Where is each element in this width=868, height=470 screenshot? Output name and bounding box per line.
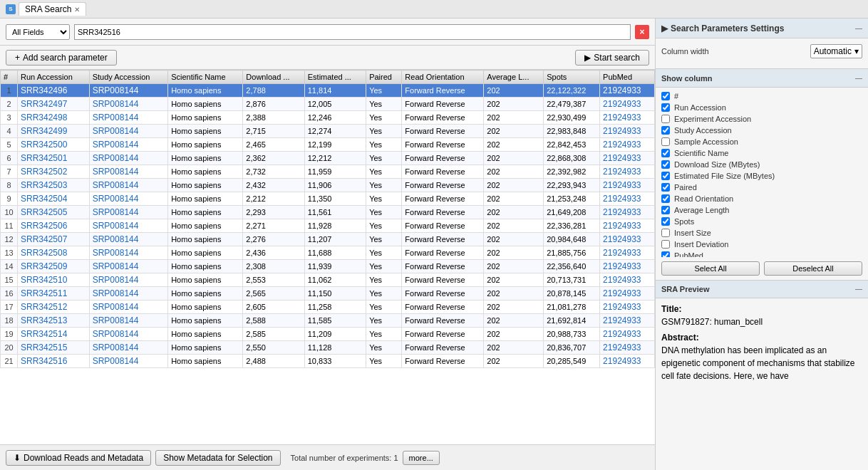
pubmed-link[interactable]: 21924933 bbox=[603, 113, 641, 122]
study-link[interactable]: SRP008144 bbox=[93, 180, 139, 190]
column-checkbox-12[interactable] bbox=[661, 229, 670, 237]
pubmed-link[interactable]: 21924933 bbox=[603, 180, 641, 190]
add-param-button[interactable]: + Add search parameter bbox=[6, 50, 117, 66]
table-row[interactable]: 20 SRR342515 SRP008144 Homo sapiens 2,55… bbox=[1, 341, 655, 355]
table-row[interactable]: 14 SRR342509 SRP008144 Homo sapiens 2,30… bbox=[1, 260, 655, 273]
field-select[interactable]: All Fields Accession Title Organism bbox=[6, 24, 70, 40]
col-header-orientation[interactable]: Read Orientation bbox=[402, 70, 484, 84]
run-link[interactable]: SRR342507 bbox=[21, 234, 67, 244]
column-checkbox-6[interactable] bbox=[661, 160, 670, 169]
deselect-all-button[interactable]: Deselect All bbox=[764, 261, 862, 276]
table-row[interactable]: 13 SRR342508 SRP008144 Homo sapiens 2,43… bbox=[1, 246, 655, 260]
pubmed-link[interactable]: 21924933 bbox=[603, 221, 641, 231]
pubmed-link[interactable]: 21924933 bbox=[603, 167, 641, 177]
study-link[interactable]: SRP008144 bbox=[93, 153, 139, 163]
table-row[interactable]: 11 SRR342506 SRP008144 Homo sapiens 2,27… bbox=[1, 219, 655, 233]
column-checkbox-2[interactable] bbox=[661, 115, 670, 123]
tab-close-icon[interactable]: ✕ bbox=[74, 6, 80, 14]
study-link[interactable]: SRP008144 bbox=[93, 315, 139, 325]
study-link[interactable]: SRP008144 bbox=[93, 140, 139, 150]
study-link[interactable]: SRP008144 bbox=[93, 85, 139, 95]
col-header-paired[interactable]: Paired bbox=[366, 70, 402, 84]
study-link[interactable]: SRP008144 bbox=[93, 221, 139, 231]
pubmed-link[interactable]: 21924933 bbox=[603, 248, 641, 258]
study-link[interactable]: SRP008144 bbox=[93, 99, 139, 109]
table-row[interactable]: 17 SRR342512 SRP008144 Homo sapiens 2,60… bbox=[1, 301, 655, 314]
column-width-dropdown[interactable]: Automatic ▾ bbox=[810, 44, 862, 58]
pubmed-link[interactable]: 21924933 bbox=[603, 275, 641, 285]
col-header-study[interactable]: Study Accession bbox=[89, 70, 167, 84]
clear-button[interactable]: × bbox=[635, 25, 649, 39]
run-link[interactable]: SRR342509 bbox=[21, 261, 67, 271]
column-checkbox-9[interactable] bbox=[661, 194, 670, 203]
table-row[interactable]: 15 SRR342510 SRP008144 Homo sapiens 2,55… bbox=[1, 273, 655, 287]
run-link[interactable]: SRR342499 bbox=[21, 126, 67, 136]
study-link[interactable]: SRP008144 bbox=[93, 275, 139, 285]
more-button[interactable]: more... bbox=[403, 451, 440, 465]
download-button[interactable]: ⬇ Download Reads and Metadata bbox=[6, 450, 151, 466]
study-link[interactable]: SRP008144 bbox=[93, 126, 139, 136]
run-link[interactable]: SRR342502 bbox=[21, 167, 67, 177]
study-link[interactable]: SRP008144 bbox=[93, 356, 139, 366]
run-link[interactable]: SRR342512 bbox=[21, 302, 67, 312]
pubmed-link[interactable]: 21924933 bbox=[603, 329, 641, 339]
col-header-spots[interactable]: Spots bbox=[544, 70, 600, 84]
run-link[interactable]: SRR342516 bbox=[21, 356, 67, 366]
run-link[interactable]: SRR342508 bbox=[21, 248, 67, 258]
run-link[interactable]: SRR342501 bbox=[21, 153, 67, 163]
run-link[interactable]: SRR342503 bbox=[21, 180, 67, 190]
pubmed-link[interactable]: 21924933 bbox=[603, 207, 641, 217]
table-row[interactable]: 3 SRR342498 SRP008144 Homo sapiens 2,388… bbox=[1, 111, 655, 125]
column-checkbox-13[interactable] bbox=[661, 240, 670, 249]
study-link[interactable]: SRP008144 bbox=[93, 194, 139, 204]
pubmed-link[interactable]: 21924933 bbox=[603, 356, 641, 366]
table-row[interactable]: 12 SRR342507 SRP008144 Homo sapiens 2,27… bbox=[1, 233, 655, 246]
search-input[interactable] bbox=[74, 24, 631, 40]
run-link[interactable]: SRR342511 bbox=[21, 288, 67, 298]
table-row[interactable]: 4 SRR342499 SRP008144 Homo sapiens 2,715… bbox=[1, 125, 655, 138]
table-row[interactable]: 19 SRR342514 SRP008144 Homo sapiens 2,58… bbox=[1, 328, 655, 341]
run-link[interactable]: SRR342513 bbox=[21, 315, 67, 325]
study-link[interactable]: SRP008144 bbox=[93, 302, 139, 312]
table-row[interactable]: 5 SRR342500 SRP008144 Homo sapiens 2,465… bbox=[1, 138, 655, 152]
pubmed-link[interactable]: 21924933 bbox=[603, 288, 641, 298]
show-metadata-button[interactable]: Show Metadata for Selection bbox=[155, 450, 280, 466]
select-all-button[interactable]: Select All bbox=[661, 261, 760, 276]
study-link[interactable]: SRP008144 bbox=[93, 248, 139, 258]
panel-collapse-icon[interactable]: — bbox=[855, 24, 862, 32]
col-header-download[interactable]: Download ... bbox=[243, 70, 304, 84]
column-checkbox-7[interactable] bbox=[661, 172, 670, 180]
run-link[interactable]: SRR342515 bbox=[21, 343, 67, 352]
column-checkbox-5[interactable] bbox=[661, 149, 670, 157]
run-link[interactable]: SRR342497 bbox=[21, 99, 67, 109]
study-link[interactable]: SRP008144 bbox=[93, 234, 139, 244]
study-link[interactable]: SRP008144 bbox=[93, 207, 139, 217]
table-row[interactable]: 8 SRR342503 SRP008144 Homo sapiens 2,432… bbox=[1, 179, 655, 192]
column-checkbox-10[interactable] bbox=[661, 206, 670, 214]
run-link[interactable]: SRR342510 bbox=[21, 275, 67, 285]
run-link[interactable]: SRR342496 bbox=[21, 85, 67, 95]
study-link[interactable]: SRP008144 bbox=[93, 329, 139, 339]
column-checkbox-1[interactable] bbox=[661, 103, 670, 112]
run-link[interactable]: SRR342500 bbox=[21, 140, 67, 150]
study-link[interactable]: SRP008144 bbox=[93, 288, 139, 298]
study-link[interactable]: SRP008144 bbox=[93, 343, 139, 352]
sra-preview-collapse-icon[interactable]: — bbox=[855, 285, 862, 293]
col-header-run[interactable]: Run Accession bbox=[18, 70, 90, 84]
table-row[interactable]: 18 SRR342513 SRP008144 Homo sapiens 2,58… bbox=[1, 314, 655, 328]
column-checkbox-4[interactable] bbox=[661, 137, 670, 146]
run-link[interactable]: SRR342514 bbox=[21, 329, 67, 339]
table-row[interactable]: 10 SRR342505 SRP008144 Homo sapiens 2,29… bbox=[1, 206, 655, 219]
col-header-name[interactable]: Scientific Name bbox=[168, 70, 243, 84]
column-checkbox-0[interactable] bbox=[661, 92, 670, 100]
pubmed-link[interactable]: 21924933 bbox=[603, 99, 641, 109]
column-checkbox-14[interactable] bbox=[661, 251, 670, 257]
pubmed-link[interactable]: 21924933 bbox=[603, 126, 641, 136]
col-header-avglen[interactable]: Average L... bbox=[484, 70, 544, 84]
col-header-estimated[interactable]: Estimated ... bbox=[304, 70, 366, 84]
pubmed-link[interactable]: 21924933 bbox=[603, 261, 641, 271]
pubmed-link[interactable]: 21924933 bbox=[603, 194, 641, 204]
run-link[interactable]: SRR342498 bbox=[21, 113, 67, 122]
pubmed-link[interactable]: 21924933 bbox=[603, 234, 641, 244]
pubmed-link[interactable]: 21924933 bbox=[603, 85, 641, 95]
